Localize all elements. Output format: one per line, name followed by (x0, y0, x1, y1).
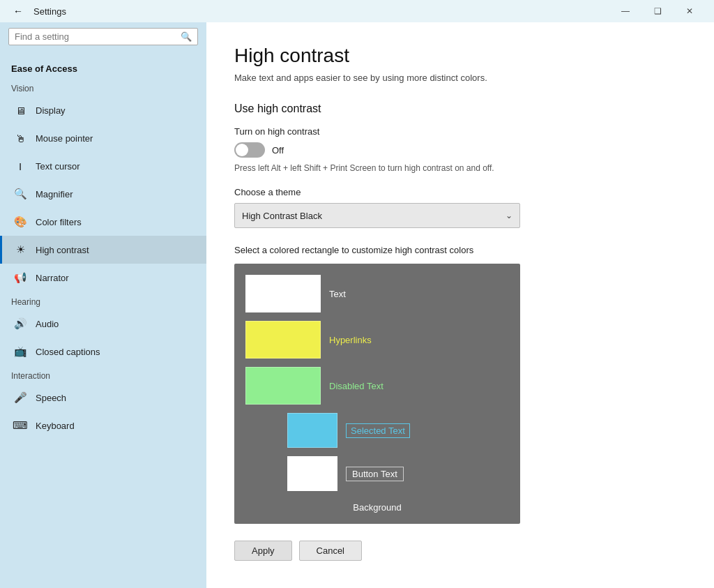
apply-button[interactable]: Apply (234, 541, 292, 561)
text-color-label: Text (329, 289, 346, 299)
sidebar-item-display[interactable]: 🖥 Display (0, 96, 206, 124)
button-text-box: Button Text (346, 467, 404, 481)
page-title: High contrast (234, 45, 681, 67)
disabled-color-swatch[interactable] (245, 367, 321, 405)
sidebar: 🔍 Ease of Access Vision 🖥 Display 🖱 Mous… (0, 0, 206, 588)
toggle-knob (236, 144, 248, 156)
sidebar-item-speech[interactable]: 🎤 Speech (0, 384, 206, 412)
minimize-button[interactable]: — (609, 0, 641, 22)
sidebar-item-closed-captions[interactable]: 📺 Closed captions (0, 338, 206, 365)
color-grid: Text Hyperlinks Disabled Text Selected T… (234, 264, 520, 524)
main-content: High contrast Make text and apps easier … (206, 0, 714, 588)
theme-dropdown[interactable]: High Contrast Black ⌄ (234, 203, 520, 228)
background-label: Background (245, 502, 509, 513)
mouse-pointer-icon: 🖱 (13, 131, 27, 145)
title-bar: ← Settings — ❑ ✕ (0, 0, 714, 22)
color-row-selected: Selected Text (245, 413, 509, 448)
ease-of-access-label: Ease of Access (0, 54, 206, 78)
vision-section-label: Vision (0, 78, 206, 96)
text-cursor-icon: I (13, 159, 27, 173)
sidebar-item-audio[interactable]: 🔊 Audio (0, 310, 206, 338)
selected-text-box: Selected Text (346, 423, 410, 438)
search-input[interactable] (15, 31, 181, 42)
color-row-button: Button Text (245, 456, 509, 491)
theme-label: Choose a theme (234, 187, 681, 197)
sidebar-item-keyboard[interactable]: ⌨ Keyboard (0, 412, 206, 439)
keyboard-icon: ⌨ (13, 419, 27, 432)
color-row-text: Text (245, 275, 509, 312)
hyperlinks-color-swatch[interactable] (245, 321, 321, 359)
color-row-hyperlinks: Hyperlinks (245, 321, 509, 359)
sidebar-item-magnifier[interactable]: 🔍 Magnifier (0, 180, 206, 208)
shortcut-hint: Press left Alt + left Shift + Print Scre… (234, 163, 681, 173)
sidebar-item-label: Display (36, 105, 66, 116)
color-row-disabled: Disabled Text (245, 367, 509, 405)
sidebar-item-label: Audio (36, 319, 59, 329)
color-section-label: Select a colored rectangle to customize … (234, 245, 681, 255)
sidebar-item-label: Text cursor (36, 161, 80, 172)
sidebar-item-label: Magnifier (36, 189, 73, 199)
high-contrast-icon: ☀ (13, 243, 27, 257)
section-title: Use high contrast (234, 103, 681, 115)
action-row: Apply Cancel (234, 541, 681, 561)
sidebar-item-mouse-pointer[interactable]: 🖱 Mouse pointer (0, 124, 206, 152)
narrator-icon: 📢 (13, 271, 27, 285)
close-button[interactable]: ✕ (674, 0, 706, 22)
speech-icon: 🎤 (13, 391, 27, 405)
sidebar-item-label: Narrator (36, 273, 69, 283)
search-icon: 🔍 (181, 31, 192, 42)
maximize-button[interactable]: ❑ (641, 0, 674, 22)
closed-captions-icon: 📺 (13, 345, 27, 359)
hearing-section-label: Hearing (0, 292, 206, 310)
chevron-down-icon: ⌄ (506, 211, 512, 220)
toggle-row: Off (234, 142, 681, 158)
page-subtitle: Make text and apps easier to see by usin… (234, 73, 681, 83)
magnifier-icon: 🔍 (13, 187, 27, 201)
selected-color-swatch[interactable] (287, 413, 337, 448)
sidebar-item-label: Keyboard (36, 421, 75, 431)
text-color-swatch[interactable] (245, 275, 321, 312)
hyperlinks-color-label: Hyperlinks (329, 335, 372, 345)
interaction-section-label: Interaction (0, 365, 206, 384)
sidebar-item-high-contrast[interactable]: ☀ High contrast (0, 236, 206, 264)
sidebar-item-label: Closed captions (36, 347, 100, 357)
sidebar-item-label: Color filters (36, 217, 82, 227)
sidebar-item-label: Mouse pointer (36, 133, 93, 144)
sidebar-item-label: High contrast (36, 245, 89, 255)
toggle-label: Turn on high contrast (234, 126, 681, 137)
app-title: Settings (33, 6, 66, 17)
disabled-color-label: Disabled Text (329, 381, 383, 391)
search-box[interactable]: 🔍 (8, 28, 198, 45)
audio-icon: 🔊 (13, 317, 27, 331)
color-filters-icon: 🎨 (13, 215, 27, 229)
toggle-state-label: Off (272, 145, 284, 156)
theme-dropdown-value: High Contrast Black (242, 211, 322, 221)
display-icon: 🖥 (13, 103, 27, 117)
cancel-button[interactable]: Cancel (299, 541, 362, 561)
sidebar-item-label: Speech (36, 393, 66, 403)
color-row-background: Background (245, 499, 509, 513)
button-color-swatch[interactable] (287, 456, 337, 491)
sidebar-item-narrator[interactable]: 📢 Narrator (0, 264, 206, 292)
back-button[interactable]: ← (8, 1, 28, 21)
sidebar-item-color-filters[interactable]: 🎨 Color filters (0, 208, 206, 236)
high-contrast-toggle[interactable] (234, 142, 265, 158)
sidebar-item-text-cursor[interactable]: I Text cursor (0, 152, 206, 180)
window-controls: — ❑ ✕ (609, 0, 706, 22)
